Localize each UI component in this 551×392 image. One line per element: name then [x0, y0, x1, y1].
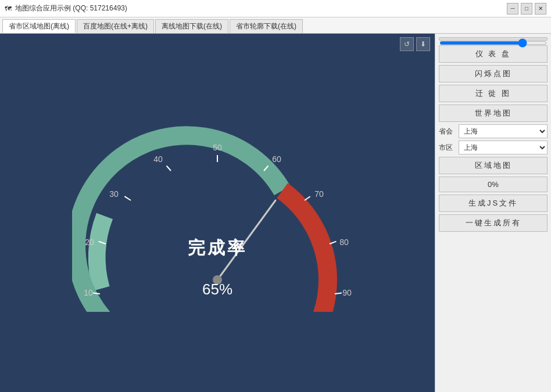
progress-display[interactable]: 0% — [439, 177, 548, 192]
app-icon: 🗺 — [5, 5, 12, 13]
province-label: 省会 — [439, 127, 456, 136]
slider-row — [439, 37, 548, 41]
province-select[interactable]: 上海 北京 广州 深圳 — [459, 124, 548, 138]
label-60: 60 — [272, 154, 281, 164]
minimize-button[interactable]: ─ — [507, 3, 518, 15]
label-10: 10 — [84, 288, 93, 297]
refresh-button[interactable]: ↺ — [400, 37, 414, 51]
tab-offline-region[interactable]: 省市区域地图(离线) — [2, 19, 76, 33]
province-select-row: 省会 上海 北京 广州 深圳 — [439, 124, 548, 138]
label-30: 30 — [109, 189, 119, 199]
gauge-value-text: 65% — [202, 280, 232, 298]
tab-outline-download-label: 省市轮廓下载(在线) — [236, 21, 296, 31]
zoom-slider[interactable] — [439, 41, 547, 45]
tick-10 — [93, 293, 100, 293]
title-bar-left: 🗺 地图综合应用示例 (QQ: 517216493) — [5, 3, 127, 13]
gauge-arc-red — [282, 190, 328, 312]
close-button[interactable]: ✕ — [535, 3, 546, 15]
tab-bar: 省市区域地图(离线) 百度地图(在线+离线) 离线地图下载(在线) 省市轮廓下载… — [0, 17, 551, 34]
district-select[interactable]: 上海 浦东新区 徐汇区 — [459, 141, 548, 154]
generate-all-button[interactable]: 一键生成所有 — [439, 214, 548, 232]
slider-track — [439, 37, 548, 41]
title-bar: 🗺 地图综合应用示例 (QQ: 517216493) ─ □ ✕ — [0, 0, 551, 17]
right-panel: 仪 表 盘 闪烁点图 迁 徙 图 世界地图 省会 上海 北京 广州 深圳 市区 … — [435, 34, 551, 392]
gauge-label-text: 完成率 — [188, 238, 247, 257]
download-button[interactable]: ⬇ — [416, 37, 430, 51]
title-bar-controls[interactable]: ─ □ ✕ — [507, 3, 546, 15]
tab-baidu-map[interactable]: 百度地图(在线+离线) — [77, 19, 154, 33]
flash-map-button[interactable]: 闪烁点图 — [439, 65, 548, 82]
tab-outline-download[interactable]: 省市轮廓下载(在线) — [230, 19, 303, 33]
world-map-button[interactable]: 世界地图 — [439, 105, 548, 122]
tick-30 — [124, 196, 131, 200]
app-title: 地图综合应用示例 (QQ: 517216493) — [15, 3, 127, 13]
maximize-button[interactable]: □ — [521, 3, 532, 15]
tick-90 — [335, 293, 342, 293]
label-50: 50 — [213, 143, 222, 152]
tick-40 — [167, 166, 171, 171]
district-label: 市区 — [439, 143, 456, 153]
tab-offline-region-label: 省市区域地图(离线) — [9, 21, 69, 31]
region-map-button[interactable]: 区域地图 — [439, 157, 548, 174]
tab-offline-download[interactable]: 离线地图下载(在线) — [155, 19, 228, 33]
label-20: 20 — [85, 238, 94, 247]
label-70: 70 — [314, 189, 324, 199]
migration-map-button[interactable]: 迁 徙 图 — [439, 85, 548, 102]
district-select-row: 市区 上海 浦东新区 徐汇区 — [439, 141, 548, 154]
label-90: 90 — [342, 288, 352, 297]
tab-baidu-map-label: 百度地图(在线+离线) — [83, 21, 148, 31]
gauge-svg-wrap: 0 10 20 30 40 50 60 70 80 90 100 — [72, 126, 363, 323]
map-toolbar: ↺ ⬇ — [400, 37, 430, 51]
gauge-container: 0 10 20 30 40 50 60 70 80 90 100 — [72, 109, 363, 341]
main-container: ↺ ⬇ — [0, 34, 551, 392]
label-40: 40 — [153, 154, 163, 164]
label-80: 80 — [339, 238, 349, 247]
map-area: ↺ ⬇ — [0, 34, 435, 392]
gauge-svg: 0 10 20 30 40 50 60 70 80 90 100 — [72, 126, 363, 312]
generate-js-button[interactable]: 生成JS文件 — [439, 195, 548, 212]
tick-70 — [305, 196, 310, 200]
tab-offline-download-label: 离线地图下载(在线) — [162, 21, 222, 31]
dashboard-button[interactable]: 仪 表 盘 — [439, 45, 548, 63]
